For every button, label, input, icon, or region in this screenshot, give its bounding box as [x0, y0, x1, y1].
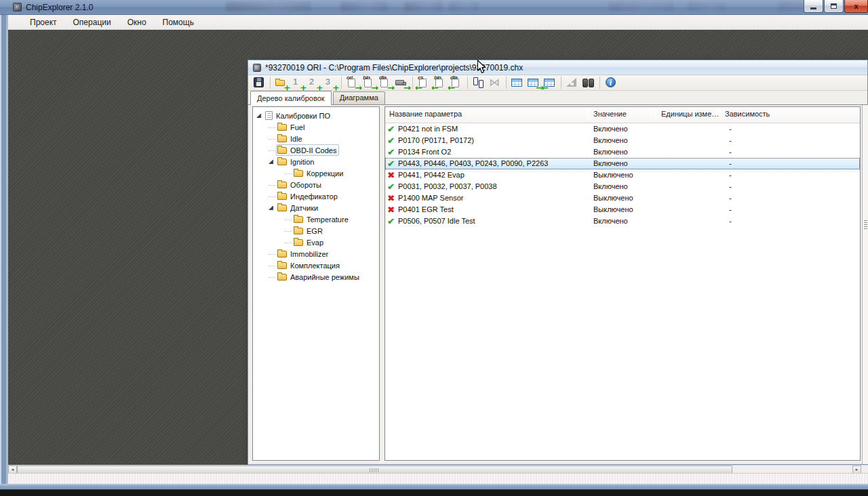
- app-chip-icon: [13, 3, 22, 12]
- horizontal-scrollbar[interactable]: ◂ ▸: [8, 465, 868, 473]
- table-row[interactable]: P0421 not in FSM Включено -: [385, 123, 860, 135]
- table-row[interactable]: P0401 EGR Test Выключено -: [385, 204, 860, 215]
- expander-icon[interactable]: [268, 203, 276, 213]
- column-divider[interactable]: [719, 109, 720, 121]
- menu-item[interactable]: Помощь: [155, 15, 202, 30]
- tree-item-fuel[interactable]: Fuel: [253, 121, 379, 133]
- add-folder-button[interactable]: [274, 76, 289, 89]
- expander-icon[interactable]: [256, 110, 264, 121]
- import-cs-button[interactable]: cs: [416, 76, 431, 89]
- table-export-button[interactable]: [526, 76, 541, 89]
- column-header-value[interactable]: Значение: [593, 110, 627, 118]
- folder-icon: [265, 111, 273, 120]
- column-header-units[interactable]: Единицы изме…: [661, 110, 719, 118]
- table-row[interactable]: P0506, P0507 Idle Test Включено -: [385, 215, 860, 227]
- folder-icon: [294, 239, 303, 246]
- toolbar-button[interactable]: [505, 76, 508, 89]
- folder-icon: [277, 147, 287, 154]
- expander-icon[interactable]: [268, 249, 276, 260]
- document-titlebar[interactable]: *93270019 ORI - C:\Program Files\ChipExp…: [248, 60, 867, 75]
- expander-icon[interactable]: [268, 145, 276, 156]
- toolbar-button[interactable]: [340, 76, 343, 89]
- tree-root-calibrations[interactable]: Калибровки ПО: [253, 110, 379, 121]
- app-titlebar: ChipExplorer 2.1.0 x: [0, 0, 868, 15]
- menu-item[interactable]: Операции: [65, 15, 119, 30]
- menubar: ПроектОперацииОкноПомощь: [8, 15, 868, 30]
- export-bin-button[interactable]: bin: [361, 76, 376, 89]
- expander-icon[interactable]: [268, 180, 276, 190]
- add-2-button[interactable]: 2: [307, 76, 321, 89]
- expander-icon[interactable]: [268, 133, 276, 144]
- column-header-name[interactable]: Название параметра: [389, 110, 462, 118]
- export-ori-button[interactable]: ori: [345, 76, 360, 89]
- titlebar-artifact: [341, 2, 387, 12]
- column-header-dependency[interactable]: Зависимость: [725, 110, 770, 118]
- close-button[interactable]: x: [844, 0, 868, 13]
- tree-item-evap[interactable]: Evap: [253, 236, 379, 248]
- import-dta-button[interactable]: dta: [449, 76, 464, 89]
- tree-item-ignition[interactable]: Ignition: [253, 156, 379, 167]
- expander-icon[interactable]: [268, 260, 276, 271]
- splitter-handle[interactable]: [862, 105, 868, 464]
- table-row[interactable]: P1400 MAP Sensor Выключено -: [385, 192, 860, 204]
- tree-item-immobilizer[interactable]: Immobilizer: [253, 248, 379, 260]
- toolbar-button[interactable]: [559, 76, 563, 89]
- minimize-button[interactable]: [804, 0, 823, 13]
- table-row[interactable]: P0134 Front O2 Включено -: [385, 146, 860, 158]
- merge-button[interactable]: [488, 76, 502, 89]
- tree-item-temperature[interactable]: Temperature: [253, 213, 379, 225]
- expander-icon[interactable]: [268, 157, 276, 167]
- toolbar-button[interactable]: [269, 76, 272, 89]
- table-row[interactable]: P0170 (P0171, P0172) Включено -: [385, 135, 860, 146]
- tree-item-korrekcii[interactable]: Коррекции: [253, 167, 379, 179]
- tree-item-egr[interactable]: EGR: [253, 225, 379, 236]
- toolbar-button[interactable]: [598, 76, 601, 89]
- expander-icon[interactable]: [284, 226, 292, 236]
- table-view-button[interactable]: [510, 76, 525, 89]
- tab-calibration-tree[interactable]: Дерево калибровок: [250, 91, 332, 105]
- expander-icon[interactable]: [284, 237, 292, 248]
- toolbar-button[interactable]: [411, 76, 414, 89]
- export-dta-button[interactable]: dta: [378, 76, 393, 89]
- add-1-button[interactable]: 1: [290, 76, 305, 89]
- table-import-button[interactable]: [542, 76, 557, 89]
- tab-diagram[interactable]: Диаграмма: [333, 91, 385, 104]
- search-button[interactable]: [581, 76, 596, 89]
- add-3-button[interactable]: 3: [323, 76, 338, 89]
- save-button[interactable]: [252, 76, 267, 89]
- status-icon: [387, 215, 397, 227]
- expander-icon[interactable]: [268, 191, 276, 202]
- column-divider[interactable]: [656, 109, 656, 121]
- tree-item-obd2-codes[interactable]: OBD-II Codes: [253, 144, 379, 156]
- status-icon: [387, 181, 397, 192]
- tree-item-oboroty[interactable]: Обороты: [253, 179, 379, 190]
- toolbar-button[interactable]: [466, 76, 469, 89]
- tree-item-avariynye-rezhimy[interactable]: Аварийные режимы: [253, 271, 379, 283]
- tree-item-datchiki[interactable]: Датчики: [253, 202, 379, 213]
- expander-icon[interactable]: [284, 168, 292, 179]
- titlebar-artifact: [688, 2, 726, 12]
- titlebar-artifact: [405, 2, 442, 12]
- tree-item-idle[interactable]: Idle: [253, 133, 379, 144]
- column-divider[interactable]: [588, 109, 589, 121]
- tree-item-indefikator[interactable]: Индефикатор: [253, 190, 379, 202]
- tree-item-komplektacia[interactable]: Комплектация: [253, 260, 379, 271]
- folder-icon: [294, 170, 303, 177]
- export-usb-button[interactable]: [394, 76, 409, 89]
- menu-item[interactable]: Проект: [22, 15, 65, 30]
- expander-icon[interactable]: [284, 214, 292, 225]
- import-bin-button[interactable]: bin: [433, 76, 448, 89]
- table-header: Название параметра Значение Единицы изме…: [385, 107, 860, 123]
- status-icon: [387, 146, 397, 158]
- table-row[interactable]: P0441, P0442 Evap Выключено -: [385, 169, 860, 181]
- table-row[interactable]: P0031, P0032, P0037, P0038 Включено -: [385, 181, 860, 192]
- diagram-button[interactable]: [565, 76, 580, 89]
- table-row[interactable]: P0443, P0446, P0403, P0243, P0090, P2263…: [385, 158, 860, 169]
- menu-item[interactable]: Окно: [119, 15, 155, 30]
- compare-button[interactable]: [471, 76, 486, 89]
- expander-icon[interactable]: [268, 122, 276, 133]
- info-button[interactable]: [604, 76, 618, 89]
- maximize-button[interactable]: [824, 0, 844, 13]
- expander-icon[interactable]: [268, 272, 276, 283]
- status-icon: [387, 169, 397, 181]
